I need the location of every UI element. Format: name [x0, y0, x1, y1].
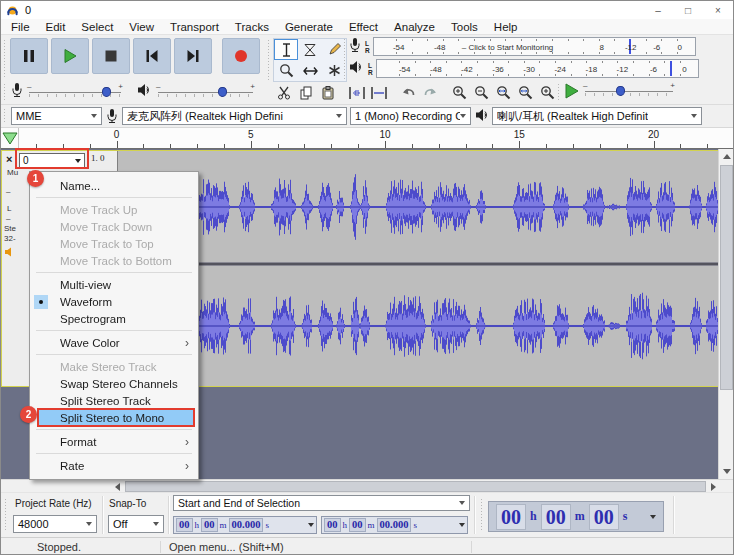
stop-button[interactable]	[92, 38, 130, 74]
timeline-ruler[interactable]: 05101520	[1, 128, 733, 149]
skip-to-start-button[interactable]	[133, 38, 171, 74]
snap-to-dropdown[interactable]: Off	[108, 515, 164, 533]
waveform-channel-right[interactable]	[119, 267, 720, 385]
menu-generate[interactable]: Generate	[277, 21, 341, 33]
menu-help[interactable]: Help	[486, 21, 526, 33]
zoom-tool-button[interactable]	[274, 60, 298, 81]
playback-speed-slider[interactable]: –+	[585, 83, 673, 99]
minimize-button[interactable]: –	[643, 1, 673, 19]
zoom-toggle-button[interactable]	[536, 82, 558, 103]
silence-audio-icon	[370, 86, 388, 100]
speaker-icon	[349, 60, 364, 78]
selection-tool-icon	[282, 43, 291, 57]
vertical-scrollbar[interactable]	[718, 149, 733, 479]
toolbar-grip[interactable]	[3, 39, 7, 77]
horizontal-scrollbar[interactable]	[1, 479, 733, 492]
play-at-speed-button[interactable]	[563, 82, 581, 100]
selection-tool-button[interactable]	[274, 39, 298, 60]
menu-item-multi-view[interactable]: Multi-view	[30, 276, 198, 293]
chevron-down-icon	[91, 114, 97, 118]
selection-mode-dropdown[interactable]: Start and End of Selection	[173, 495, 470, 511]
envelope-tool-button[interactable]	[298, 39, 322, 60]
track-name-dropdown[interactable]: 0	[19, 153, 85, 168]
monitoring-hint[interactable]: – Click to Start Monitoring	[462, 43, 554, 52]
menu-item-swap-stereo-channels[interactable]: Swap Stereo Channels	[30, 375, 198, 392]
menu-item-spectrogram[interactable]: Spectrogram	[30, 310, 198, 327]
playback-meter[interactable]: LR -54-48-42-36-30-24-18-12-60	[349, 58, 699, 79]
gain-slider[interactable]: –	[6, 187, 10, 196]
menu-select[interactable]: Select	[73, 21, 121, 33]
play-icon	[62, 48, 78, 64]
menu-item-split-stereo-track[interactable]: Split Stereo Track	[30, 392, 198, 409]
pinned-play-head-button[interactable]	[1, 128, 19, 148]
play-button[interactable]	[51, 38, 89, 74]
project-rate-dropdown[interactable]: 48000	[13, 515, 97, 533]
recording-meter[interactable]: LR – Click to Start Monitoring -54-488-1…	[349, 36, 696, 57]
scroll-up-arrow[interactable]	[719, 149, 734, 164]
audio-host-dropdown[interactable]: MME	[11, 107, 102, 125]
pan-slider[interactable]: –	[6, 214, 10, 223]
menu-item-format[interactable]: Format›	[30, 433, 198, 450]
trim-audio-button[interactable]	[346, 82, 368, 103]
menu-tracks[interactable]: Tracks	[227, 21, 277, 33]
toolbar-grip[interactable]	[480, 498, 484, 532]
skip-to-end-button[interactable]	[174, 38, 212, 74]
zoom-in-button[interactable]	[448, 82, 470, 103]
toolbar-grip[interactable]	[267, 39, 271, 81]
recording-device-dropdown[interactable]: 麦克风阵列 (Realtek High Defini	[122, 107, 347, 125]
menu-transport[interactable]: Transport	[162, 21, 227, 33]
menu-edit[interactable]: Edit	[38, 21, 74, 33]
undo-button[interactable]	[397, 82, 419, 103]
paste-button[interactable]	[317, 82, 339, 103]
pause-button[interactable]	[10, 38, 48, 74]
mute-button[interactable]: Mu	[7, 168, 18, 177]
silence-audio-button[interactable]	[368, 82, 390, 103]
menu-item-move-track-down: Move Track Down	[30, 218, 198, 235]
cut-button[interactable]	[273, 82, 295, 103]
menu-item-name[interactable]: Name...	[30, 177, 198, 194]
audio-position-display[interactable]: 00h00m00s	[488, 501, 664, 532]
recording-volume-slider[interactable]: –+	[29, 84, 121, 100]
maximize-button[interactable]: □	[673, 1, 703, 19]
waveform-channel-left[interactable]	[119, 152, 720, 262]
playback-volume-slider[interactable]: –+	[158, 84, 253, 100]
zoom-to-project-icon	[518, 85, 533, 100]
menu-effect[interactable]: Effect	[341, 21, 386, 33]
track-close-button[interactable]: ×	[6, 153, 12, 166]
toolbar-grip[interactable]	[3, 83, 7, 101]
time-shift-tool-button[interactable]	[298, 60, 322, 81]
playback-volume-thumb[interactable]	[218, 87, 227, 97]
menu-item-make-stereo-track: Make Stereo Track	[30, 358, 198, 375]
record-button[interactable]	[222, 38, 260, 74]
menu-file[interactable]: File	[3, 21, 38, 33]
vertical-scroll-thumb[interactable]	[720, 165, 733, 390]
copy-button[interactable]	[295, 82, 317, 103]
selection-start-time-field[interactable]: 00h00m00.000s	[173, 516, 317, 534]
ruler-tick	[680, 144, 681, 148]
zoom-out-button[interactable]	[470, 82, 492, 103]
playback-device-dropdown[interactable]: 喇叭/耳机 (Realtek High Definit	[492, 107, 702, 125]
redo-button[interactable]	[419, 82, 441, 103]
toolbar-grip[interactable]	[343, 38, 347, 80]
device-toolbar: MME 麦克风阵列 (Realtek High Defini 1 (Mono) …	[1, 105, 733, 128]
menu-item-rate[interactable]: Rate›	[30, 457, 198, 474]
meter-scale-label: -48	[434, 43, 446, 52]
menu-item-split-stereo-to-mono[interactable]: Split Stereo to Mono	[30, 409, 198, 426]
zoom-to-project-button[interactable]	[514, 82, 536, 103]
menu-view[interactable]: View	[121, 21, 162, 33]
close-button[interactable]: ×	[703, 1, 733, 19]
toolbar-grip[interactable]	[3, 108, 7, 124]
recording-channels-dropdown[interactable]: 1 (Mono) Recording Chan	[350, 107, 471, 125]
toolbar-grip[interactable]	[557, 83, 561, 101]
menu-tools[interactable]: Tools	[443, 21, 486, 33]
menu-item-wave-color[interactable]: Wave Color›	[30, 334, 198, 351]
time-digit-group: 00	[201, 518, 218, 532]
toolbar-grip[interactable]	[4, 498, 8, 532]
scroll-down-arrow[interactable]	[719, 464, 734, 479]
selection-end-time-field[interactable]: 00h00m00.000s	[321, 516, 468, 534]
menu-item-waveform[interactable]: Waveform	[30, 293, 198, 310]
channel-divider[interactable]	[118, 262, 720, 266]
zoom-to-selection-button[interactable]	[492, 82, 514, 103]
horizontal-scroll-thumb[interactable]	[125, 481, 706, 492]
menu-analyze[interactable]: Analyze	[386, 21, 443, 33]
